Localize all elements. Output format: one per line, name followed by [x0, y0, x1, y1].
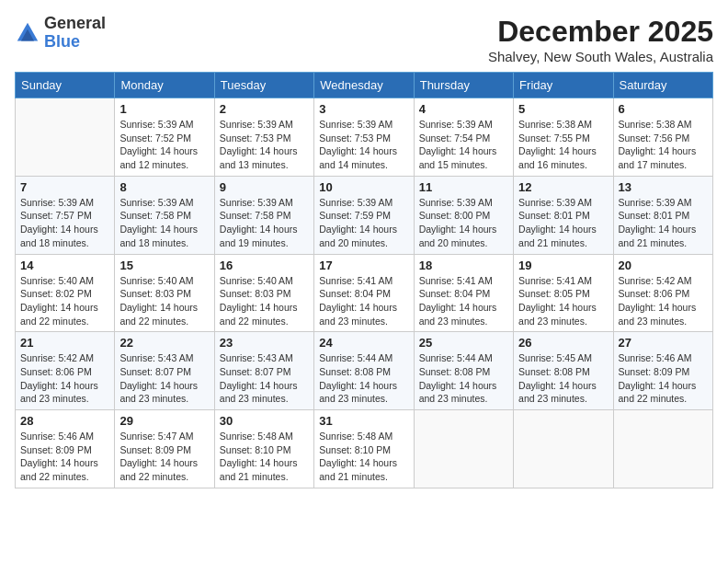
day-info: Sunrise: 5:48 AMSunset: 8:10 PMDaylight:… [319, 430, 408, 484]
day-cell: 15Sunrise: 5:40 AMSunset: 8:03 PMDayligh… [115, 254, 214, 332]
day-info: Sunrise: 5:39 AMSunset: 7:58 PMDaylight:… [119, 196, 209, 250]
day-info: Sunrise: 5:40 AMSunset: 8:03 PMDaylight:… [119, 274, 209, 328]
day-cell: 19Sunrise: 5:41 AMSunset: 8:05 PMDayligh… [514, 254, 613, 332]
day-cell: 4Sunrise: 5:39 AMSunset: 7:54 PMDaylight… [414, 98, 513, 177]
day-number: 13 [619, 180, 708, 194]
day-number: 23 [220, 336, 309, 350]
day-info: Sunrise: 5:43 AMSunset: 8:07 PMDaylight:… [119, 351, 209, 406]
day-info: Sunrise: 5:39 AMSunset: 8:01 PMDaylight:… [619, 196, 708, 250]
day-info: Sunrise: 5:47 AMSunset: 8:09 PMDaylight:… [119, 430, 209, 484]
month-title: December 2025 [488, 15, 713, 49]
day-info: Sunrise: 5:41 AMSunset: 8:04 PMDaylight:… [419, 274, 508, 328]
day-number: 7 [20, 180, 109, 194]
day-number: 3 [319, 102, 408, 116]
day-cell: 27Sunrise: 5:46 AMSunset: 8:09 PMDayligh… [613, 332, 712, 410]
weekday-header-saturday: Saturday [613, 73, 712, 98]
logo: General Blue [15, 15, 106, 52]
day-cell: 21Sunrise: 5:42 AMSunset: 8:06 PMDayligh… [16, 332, 115, 410]
weekday-header-thursday: Thursday [414, 73, 513, 98]
day-cell: 28Sunrise: 5:46 AMSunset: 8:09 PMDayligh… [16, 410, 115, 488]
day-number: 18 [419, 259, 508, 272]
location-title: Shalvey, New South Wales, Australia [488, 49, 713, 64]
day-number: 14 [20, 259, 109, 272]
weekday-header-monday: Monday [115, 73, 214, 98]
day-info: Sunrise: 5:41 AMSunset: 8:04 PMDaylight:… [319, 274, 408, 328]
weekday-header-row: SundayMondayTuesdayWednesdayThursdayFrid… [16, 73, 713, 98]
day-cell: 26Sunrise: 5:45 AMSunset: 8:08 PMDayligh… [514, 332, 613, 410]
day-number: 19 [518, 259, 608, 272]
day-number: 20 [619, 259, 708, 272]
day-cell [16, 98, 115, 177]
day-info: Sunrise: 5:42 AMSunset: 8:06 PMDaylight:… [20, 351, 109, 406]
day-cell [414, 410, 513, 488]
day-number: 9 [220, 180, 309, 194]
day-info: Sunrise: 5:39 AMSunset: 7:53 PMDaylight:… [319, 118, 408, 172]
day-cell: 12Sunrise: 5:39 AMSunset: 8:01 PMDayligh… [514, 176, 613, 254]
day-cell: 17Sunrise: 5:41 AMSunset: 8:04 PMDayligh… [314, 254, 414, 332]
day-cell: 10Sunrise: 5:39 AMSunset: 7:59 PMDayligh… [314, 176, 414, 254]
day-cell: 14Sunrise: 5:40 AMSunset: 8:02 PMDayligh… [16, 254, 115, 332]
day-number: 2 [220, 102, 309, 116]
day-cell: 20Sunrise: 5:42 AMSunset: 8:06 PMDayligh… [613, 254, 712, 332]
day-number: 28 [20, 414, 109, 428]
day-cell: 11Sunrise: 5:39 AMSunset: 8:00 PMDayligh… [414, 176, 513, 254]
day-cell [613, 410, 712, 488]
day-info: Sunrise: 5:48 AMSunset: 8:10 PMDaylight:… [220, 430, 309, 484]
day-cell: 31Sunrise: 5:48 AMSunset: 8:10 PMDayligh… [314, 410, 414, 488]
logo-general: General [44, 14, 106, 32]
day-info: Sunrise: 5:46 AMSunset: 8:09 PMDaylight:… [619, 351, 708, 406]
day-number: 17 [319, 259, 408, 272]
day-cell: 23Sunrise: 5:43 AMSunset: 8:07 PMDayligh… [214, 332, 313, 410]
day-info: Sunrise: 5:42 AMSunset: 8:06 PMDaylight:… [619, 274, 708, 328]
week-row-5: 28Sunrise: 5:46 AMSunset: 8:09 PMDayligh… [16, 410, 713, 488]
day-info: Sunrise: 5:40 AMSunset: 8:02 PMDaylight:… [20, 274, 109, 328]
day-number: 15 [119, 259, 209, 272]
week-row-2: 7Sunrise: 5:39 AMSunset: 7:57 PMDaylight… [16, 176, 713, 254]
day-info: Sunrise: 5:39 AMSunset: 7:59 PMDaylight:… [319, 196, 408, 250]
day-number: 22 [119, 336, 209, 350]
day-info: Sunrise: 5:45 AMSunset: 8:08 PMDaylight:… [518, 351, 608, 406]
day-cell: 29Sunrise: 5:47 AMSunset: 8:09 PMDayligh… [115, 410, 214, 488]
day-info: Sunrise: 5:39 AMSunset: 7:53 PMDaylight:… [220, 118, 309, 172]
day-cell: 9Sunrise: 5:39 AMSunset: 7:58 PMDaylight… [214, 176, 313, 254]
day-info: Sunrise: 5:38 AMSunset: 7:56 PMDaylight:… [619, 118, 708, 172]
logo-icon [15, 20, 40, 46]
weekday-header-wednesday: Wednesday [314, 73, 414, 98]
header: General Blue December 2025 Shalvey, New … [15, 15, 713, 64]
day-cell: 8Sunrise: 5:39 AMSunset: 7:58 PMDaylight… [115, 176, 214, 254]
day-cell: 25Sunrise: 5:44 AMSunset: 8:08 PMDayligh… [414, 332, 513, 410]
day-cell: 1Sunrise: 5:39 AMSunset: 7:52 PMDaylight… [115, 98, 214, 177]
day-cell: 2Sunrise: 5:39 AMSunset: 7:53 PMDaylight… [214, 98, 313, 177]
day-number: 8 [119, 180, 209, 194]
day-info: Sunrise: 5:44 AMSunset: 8:08 PMDaylight:… [419, 351, 508, 406]
day-info: Sunrise: 5:39 AMSunset: 7:52 PMDaylight:… [119, 118, 209, 172]
day-cell [514, 410, 613, 488]
weekday-header-friday: Friday [514, 73, 613, 98]
day-number: 10 [319, 180, 408, 194]
day-cell: 13Sunrise: 5:39 AMSunset: 8:01 PMDayligh… [613, 176, 712, 254]
day-number: 25 [419, 336, 508, 350]
week-row-4: 21Sunrise: 5:42 AMSunset: 8:06 PMDayligh… [16, 332, 713, 410]
day-info: Sunrise: 5:44 AMSunset: 8:08 PMDaylight:… [319, 351, 408, 406]
calendar-table: SundayMondayTuesdayWednesdayThursdayFrid… [15, 72, 713, 488]
day-number: 4 [419, 102, 508, 116]
day-number: 5 [518, 102, 608, 116]
day-cell: 5Sunrise: 5:38 AMSunset: 7:55 PMDaylight… [514, 98, 613, 177]
day-cell: 30Sunrise: 5:48 AMSunset: 8:10 PMDayligh… [214, 410, 313, 488]
week-row-1: 1Sunrise: 5:39 AMSunset: 7:52 PMDaylight… [16, 98, 713, 177]
day-info: Sunrise: 5:46 AMSunset: 8:09 PMDaylight:… [20, 430, 109, 484]
day-number: 24 [319, 336, 408, 350]
day-number: 27 [619, 336, 708, 350]
day-number: 26 [518, 336, 608, 350]
day-number: 29 [119, 414, 209, 428]
week-row-3: 14Sunrise: 5:40 AMSunset: 8:02 PMDayligh… [16, 254, 713, 332]
day-info: Sunrise: 5:40 AMSunset: 8:03 PMDaylight:… [220, 274, 309, 328]
day-info: Sunrise: 5:39 AMSunset: 8:01 PMDaylight:… [518, 196, 608, 250]
day-info: Sunrise: 5:39 AMSunset: 7:54 PMDaylight:… [419, 118, 508, 172]
day-info: Sunrise: 5:38 AMSunset: 7:55 PMDaylight:… [518, 118, 608, 172]
day-cell: 22Sunrise: 5:43 AMSunset: 8:07 PMDayligh… [115, 332, 214, 410]
day-number: 30 [220, 414, 309, 428]
title-area: December 2025 Shalvey, New South Wales, … [488, 15, 713, 64]
day-number: 12 [518, 180, 608, 194]
logo-blue: Blue [44, 32, 80, 51]
